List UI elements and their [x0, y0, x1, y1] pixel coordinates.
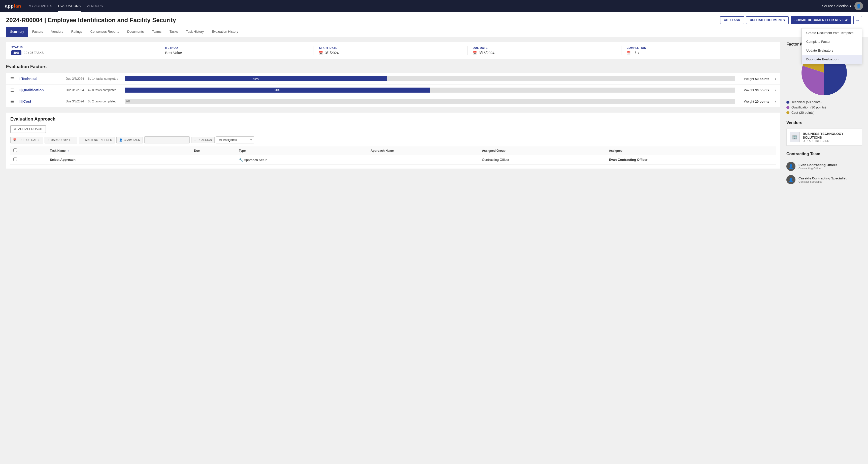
vendors-title: Vendors	[786, 121, 862, 125]
nav-source-selection[interactable]: Source Selection ▾	[822, 4, 851, 8]
factor-row-cost[interactable]: ☰ III|Cost Due 3/8/2024 0 / 2 tasks comp…	[6, 96, 780, 107]
row-assignee-cell[interactable]: Evan Contracting Officer	[606, 155, 776, 165]
tab-summary[interactable]: Summary	[6, 27, 28, 37]
col-task-name: Task Name ↑	[47, 146, 168, 155]
dropdown-complete-factor[interactable]: Complete Factor	[802, 37, 862, 46]
team-role-evan: Contracting Officer	[799, 167, 837, 170]
method-value: Best Value	[165, 51, 309, 55]
factor-row-technical[interactable]: ☰ I|Technical Due 3/8/2024 6 / 14 tasks …	[6, 73, 780, 85]
method-label: METHOD	[165, 46, 309, 49]
tab-vendors[interactable]: Vendors	[47, 27, 67, 37]
team-role-cassidy: Contract Specialist	[799, 180, 846, 183]
tab-ratings[interactable]: Ratings	[67, 27, 86, 37]
tab-factors[interactable]: Factors	[28, 27, 47, 37]
pie-legend: Technical (50 points) Qualification (30 …	[786, 100, 862, 114]
upload-documents-button[interactable]: UPLOAD DOCUMENTS	[746, 16, 789, 24]
team-name-cassidy: Cassidy Contracting Specialist	[799, 176, 846, 180]
table-header-row: Task Name ↑ Due Type Approach Name Assig…	[10, 146, 776, 155]
sort-icon[interactable]: ↑	[67, 149, 69, 153]
status-bar: STATUS 40% 10 / 25 TASKS METHOD Best Val…	[6, 42, 780, 59]
add-task-button[interactable]: ADD TASK	[720, 16, 744, 24]
select-all-checkbox[interactable]	[13, 148, 17, 152]
factor-weight-cost: Weight 20 points	[739, 100, 769, 103]
tab-evaluation-history[interactable]: Evaluation History	[208, 27, 242, 37]
vendor-info: BUSINESS TECHNOLOGY SOLUTIONS UEI: ABC1D…	[803, 132, 859, 142]
vendor-icon: 🏢	[790, 132, 800, 142]
factor-row-qualification[interactable]: ☰ II|Qualification Due 3/8/2024 4 / 8 ta…	[6, 85, 780, 96]
wrench-icon: 🔧	[239, 158, 243, 162]
tab-consensus-reports[interactable]: Consensus Reports	[86, 27, 123, 37]
factor-weight-qualification: Weight 30 points	[739, 88, 769, 92]
factor-name-cost: III|Cost	[20, 99, 60, 103]
nav-right: Source Selection ▾ 👤	[822, 2, 863, 10]
task-name-cell[interactable]: Select Approach	[47, 155, 168, 165]
right-panel: Factor Weights	[786, 42, 862, 192]
factor-tasks-qualification: 4 / 8 tasks completed	[88, 88, 121, 92]
dropdown-create-document[interactable]: Create Document from Template	[802, 28, 862, 37]
legend-item-cost: Cost (20 points)	[786, 111, 862, 114]
tab-task-history[interactable]: Task History	[182, 27, 208, 37]
vendors-section: Vendors 🏢 BUSINESS TECHNOLOGY SOLUTIONS …	[786, 121, 862, 146]
dropdown-duplicate-evaluation[interactable]: Duplicate Evaluation	[802, 55, 862, 64]
dropdown-menu: Create Document from Template Complete F…	[802, 28, 862, 64]
add-approach-button[interactable]: ⊕ ADD APPROACH	[10, 125, 46, 133]
start-date-value: 📅 3/1/2024	[319, 51, 462, 55]
search-input[interactable]	[144, 136, 190, 143]
col-assigned-group: Assigned Group	[479, 146, 606, 155]
submit-document-button[interactable]: SUBMIT DOCUMENT FOR REVIEW	[791, 16, 851, 24]
eval-factors-list: ☰ I|Technical Due 3/8/2024 6 / 14 tasks …	[6, 73, 780, 107]
legend-label-qualification: Qualification (30 points)	[792, 105, 826, 109]
factor-icon-cost: ☰	[10, 99, 14, 104]
factor-arrow-qualification: ›	[775, 88, 776, 92]
row-assigned-group-cell: Contracting Officer	[479, 155, 606, 165]
tasks-count: 10 / 25 TASKS	[24, 51, 43, 55]
claim-task-button[interactable]: 👤 CLAIM TASK	[116, 137, 143, 143]
nav-my-activities[interactable]: MY ACTIVITIES	[29, 0, 52, 12]
tab-teams[interactable]: Teams	[148, 27, 165, 37]
nav-links: MY ACTIVITIES EVALUATIONS VENDORS	[29, 0, 103, 12]
col-assignee: Assignee	[606, 146, 776, 155]
status-item-start-date: START DATE 📅 3/1/2024	[314, 46, 468, 55]
factor-progress-technical: 43%	[125, 76, 735, 81]
evaluation-factors-section: Evaluation Factors ☰ I|Technical Due 3/8…	[6, 64, 780, 107]
page-title: 2024-R00004 | Employee Identification an…	[6, 16, 176, 24]
mark-not-needed-button[interactable]: ☐ MARK NOT NEEDED	[79, 137, 115, 143]
row-checkbox[interactable]	[13, 158, 17, 161]
col-approach-name: Approach Name	[368, 146, 479, 155]
app-logo[interactable]: appian	[5, 3, 21, 9]
row-checkbox-cell	[10, 155, 47, 165]
due-date-value: 📅 3/15/2024	[473, 51, 616, 55]
start-date-text: 3/1/2024	[325, 51, 339, 55]
factor-tasks-cost: 0 / 2 tasks completed	[88, 100, 121, 103]
due-date-text: 3/15/2024	[479, 51, 494, 55]
more-actions-button[interactable]: ···	[854, 16, 862, 24]
left-panel: STATUS 40% 10 / 25 TASKS METHOD Best Val…	[6, 42, 780, 192]
tab-documents[interactable]: Documents	[123, 27, 148, 37]
due-date-label: DUE DATE	[473, 46, 616, 49]
plus-icon: ⊕	[14, 127, 17, 131]
start-date-label: START DATE	[319, 46, 462, 49]
dropdown-update-evaluators[interactable]: Update Evaluators	[802, 46, 862, 55]
tab-tasks[interactable]: Tasks	[165, 27, 182, 37]
row-type-cell: 🔧 Approach Setup	[236, 155, 368, 165]
calendar-icon: 📅	[319, 51, 323, 55]
tabs: Summary Factors Vendors Ratings Consensu…	[6, 27, 862, 37]
mark-complete-button[interactable]: ✓ MARK COMPLETE	[44, 137, 77, 143]
eval-approach-title: Evaluation Approach	[10, 117, 776, 122]
user-avatar[interactable]: 👤	[855, 2, 863, 10]
assignee-select[interactable]: All Assignees	[216, 136, 254, 143]
row-due-cell: -	[191, 155, 236, 165]
factor-due-technical: Due 3/8/2024	[66, 77, 84, 80]
header-actions: ADD TASK UPLOAD DOCUMENTS SUBMIT DOCUMEN…	[720, 16, 862, 24]
edit-due-dates-button[interactable]: 📅 EDIT DUE DATES	[10, 137, 43, 143]
reassign-button[interactable]: ↔ REASSIGN	[191, 137, 215, 143]
progress-pill: 40%	[11, 50, 22, 55]
mark-not-needed-label: MARK NOT NEEDED	[85, 138, 112, 141]
factor-weight-technical: Weight 50 points	[739, 77, 769, 81]
nav-vendors[interactable]: VENDORS	[87, 0, 103, 12]
calendar-icon-completion: 📅	[626, 51, 630, 55]
factor-progress-bar-cost: 0%	[125, 99, 735, 104]
nav-evaluations[interactable]: EVALUATIONS	[58, 0, 81, 12]
vendor-uei: UEI: ABC1DEFGHIJ2	[803, 139, 859, 142]
factor-progress-fill-cost: 0%	[125, 99, 735, 104]
